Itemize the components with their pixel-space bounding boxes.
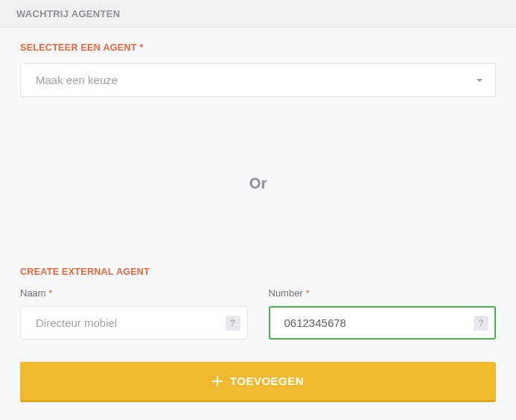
name-input-wrapper: ? <box>20 306 248 340</box>
name-field[interactable] <box>20 306 248 340</box>
select-agent-label: SELECTEER EEN AGENT * <box>20 42 496 53</box>
required-asterisk: * <box>48 287 52 299</box>
number-field-label: Number * <box>269 287 497 299</box>
plus-icon <box>212 376 223 386</box>
number-field[interactable] <box>269 306 497 340</box>
external-agent-form-row: Naam * ? Number * ? <box>20 287 496 340</box>
add-button-label: TOEVOEGEN <box>230 375 304 387</box>
select-agent-label-text: SELECTEER EEN AGENT <box>20 42 137 53</box>
help-icon[interactable]: ? <box>226 316 241 331</box>
required-asterisk: * <box>305 287 309 299</box>
header-title: WACHTRIJ AGENTEN <box>16 8 120 19</box>
number-label-text: Number <box>269 287 303 299</box>
create-external-label: CREATE EXTERNAL AGENT <box>20 267 496 277</box>
name-field-label: Naam * <box>20 287 248 299</box>
header-bar: WACHTRIJ AGENTEN <box>0 0 516 28</box>
number-column: Number * ? <box>269 287 497 340</box>
name-column: Naam * ? <box>20 287 248 340</box>
select-agent-dropdown[interactable]: Maak een keuze <box>20 63 496 97</box>
or-divider: Or <box>20 175 496 192</box>
select-agent-wrapper: Maak een keuze <box>20 63 496 97</box>
name-label-text: Naam <box>20 287 46 299</box>
add-button[interactable]: TOEVOEGEN <box>20 362 496 402</box>
content-area: SELECTEER EEN AGENT * Maak een keuze Or … <box>0 28 516 420</box>
number-input-wrapper: ? <box>269 306 497 340</box>
help-icon[interactable]: ? <box>474 316 488 331</box>
required-asterisk: * <box>139 42 143 53</box>
